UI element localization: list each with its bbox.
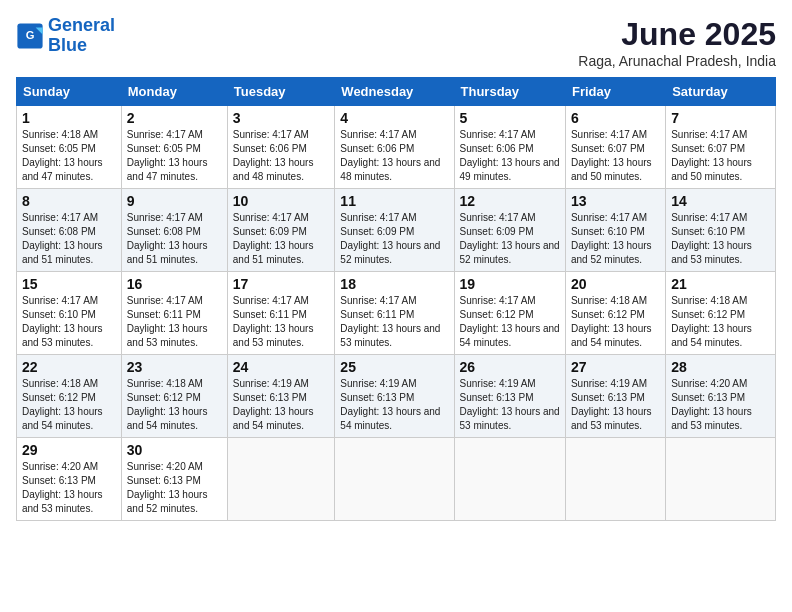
day-info: Sunrise: 4:18 AM Sunset: 6:12 PM Dayligh… [127, 377, 222, 433]
svg-text:G: G [26, 29, 35, 41]
day-number: 8 [22, 193, 116, 209]
table-row: 24 Sunrise: 4:19 AM Sunset: 6:13 PM Dayl… [227, 355, 335, 438]
location-title: Raga, Arunachal Pradesh, India [578, 53, 776, 69]
logo-text: General Blue [48, 16, 115, 56]
day-number: 5 [460, 110, 560, 126]
day-info: Sunrise: 4:17 AM Sunset: 6:12 PM Dayligh… [460, 294, 560, 350]
day-info: Sunrise: 4:18 AM Sunset: 6:12 PM Dayligh… [22, 377, 116, 433]
calendar-row: 8 Sunrise: 4:17 AM Sunset: 6:08 PM Dayli… [17, 189, 776, 272]
header-sunday: Sunday [17, 78, 122, 106]
day-number: 26 [460, 359, 560, 375]
calendar-table: Sunday Monday Tuesday Wednesday Thursday… [16, 77, 776, 521]
day-number: 16 [127, 276, 222, 292]
day-info: Sunrise: 4:17 AM Sunset: 6:06 PM Dayligh… [460, 128, 560, 184]
day-info: Sunrise: 4:20 AM Sunset: 6:13 PM Dayligh… [671, 377, 770, 433]
day-info: Sunrise: 4:18 AM Sunset: 6:12 PM Dayligh… [671, 294, 770, 350]
table-row: 26 Sunrise: 4:19 AM Sunset: 6:13 PM Dayl… [454, 355, 565, 438]
day-number: 27 [571, 359, 660, 375]
table-row: 15 Sunrise: 4:17 AM Sunset: 6:10 PM Dayl… [17, 272, 122, 355]
table-row: 21 Sunrise: 4:18 AM Sunset: 6:12 PM Dayl… [666, 272, 776, 355]
day-info: Sunrise: 4:19 AM Sunset: 6:13 PM Dayligh… [571, 377, 660, 433]
table-row [335, 438, 454, 521]
table-row: 25 Sunrise: 4:19 AM Sunset: 6:13 PM Dayl… [335, 355, 454, 438]
table-row: 27 Sunrise: 4:19 AM Sunset: 6:13 PM Dayl… [565, 355, 665, 438]
day-info: Sunrise: 4:17 AM Sunset: 6:08 PM Dayligh… [22, 211, 116, 267]
table-row: 16 Sunrise: 4:17 AM Sunset: 6:11 PM Dayl… [121, 272, 227, 355]
day-info: Sunrise: 4:20 AM Sunset: 6:13 PM Dayligh… [22, 460, 116, 516]
day-info: Sunrise: 4:17 AM Sunset: 6:07 PM Dayligh… [671, 128, 770, 184]
day-info: Sunrise: 4:19 AM Sunset: 6:13 PM Dayligh… [460, 377, 560, 433]
day-number: 10 [233, 193, 330, 209]
table-row: 20 Sunrise: 4:18 AM Sunset: 6:12 PM Dayl… [565, 272, 665, 355]
table-row: 22 Sunrise: 4:18 AM Sunset: 6:12 PM Dayl… [17, 355, 122, 438]
header-thursday: Thursday [454, 78, 565, 106]
day-number: 2 [127, 110, 222, 126]
day-number: 29 [22, 442, 116, 458]
table-row [227, 438, 335, 521]
table-row: 1 Sunrise: 4:18 AM Sunset: 6:05 PM Dayli… [17, 106, 122, 189]
day-number: 19 [460, 276, 560, 292]
day-number: 15 [22, 276, 116, 292]
day-number: 7 [671, 110, 770, 126]
day-info: Sunrise: 4:17 AM Sunset: 6:11 PM Dayligh… [127, 294, 222, 350]
day-info: Sunrise: 4:17 AM Sunset: 6:09 PM Dayligh… [460, 211, 560, 267]
logo-line2: Blue [48, 35, 87, 55]
day-number: 6 [571, 110, 660, 126]
day-number: 13 [571, 193, 660, 209]
header-monday: Monday [121, 78, 227, 106]
table-row: 2 Sunrise: 4:17 AM Sunset: 6:05 PM Dayli… [121, 106, 227, 189]
table-row: 4 Sunrise: 4:17 AM Sunset: 6:06 PM Dayli… [335, 106, 454, 189]
day-info: Sunrise: 4:17 AM Sunset: 6:10 PM Dayligh… [22, 294, 116, 350]
calendar-row: 15 Sunrise: 4:17 AM Sunset: 6:10 PM Dayl… [17, 272, 776, 355]
day-info: Sunrise: 4:17 AM Sunset: 6:10 PM Dayligh… [671, 211, 770, 267]
table-row: 8 Sunrise: 4:17 AM Sunset: 6:08 PM Dayli… [17, 189, 122, 272]
day-info: Sunrise: 4:17 AM Sunset: 6:09 PM Dayligh… [233, 211, 330, 267]
day-info: Sunrise: 4:17 AM Sunset: 6:05 PM Dayligh… [127, 128, 222, 184]
day-number: 11 [340, 193, 448, 209]
title-area: June 2025 Raga, Arunachal Pradesh, India [578, 16, 776, 69]
day-number: 18 [340, 276, 448, 292]
header-wednesday: Wednesday [335, 78, 454, 106]
day-info: Sunrise: 4:19 AM Sunset: 6:13 PM Dayligh… [340, 377, 448, 433]
day-number: 21 [671, 276, 770, 292]
day-number: 12 [460, 193, 560, 209]
day-number: 9 [127, 193, 222, 209]
day-number: 30 [127, 442, 222, 458]
day-info: Sunrise: 4:17 AM Sunset: 6:11 PM Dayligh… [233, 294, 330, 350]
header-saturday: Saturday [666, 78, 776, 106]
table-row: 13 Sunrise: 4:17 AM Sunset: 6:10 PM Dayl… [565, 189, 665, 272]
table-row: 11 Sunrise: 4:17 AM Sunset: 6:09 PM Dayl… [335, 189, 454, 272]
logo-line1: General [48, 15, 115, 35]
weekday-header-row: Sunday Monday Tuesday Wednesday Thursday… [17, 78, 776, 106]
day-info: Sunrise: 4:17 AM Sunset: 6:09 PM Dayligh… [340, 211, 448, 267]
day-info: Sunrise: 4:18 AM Sunset: 6:12 PM Dayligh… [571, 294, 660, 350]
day-info: Sunrise: 4:17 AM Sunset: 6:08 PM Dayligh… [127, 211, 222, 267]
header-tuesday: Tuesday [227, 78, 335, 106]
day-number: 20 [571, 276, 660, 292]
month-title: June 2025 [578, 16, 776, 53]
logo: G General Blue [16, 16, 115, 56]
table-row: 23 Sunrise: 4:18 AM Sunset: 6:12 PM Dayl… [121, 355, 227, 438]
table-row: 17 Sunrise: 4:17 AM Sunset: 6:11 PM Dayl… [227, 272, 335, 355]
calendar-row: 22 Sunrise: 4:18 AM Sunset: 6:12 PM Dayl… [17, 355, 776, 438]
table-row: 19 Sunrise: 4:17 AM Sunset: 6:12 PM Dayl… [454, 272, 565, 355]
day-info: Sunrise: 4:17 AM Sunset: 6:10 PM Dayligh… [571, 211, 660, 267]
table-row: 28 Sunrise: 4:20 AM Sunset: 6:13 PM Dayl… [666, 355, 776, 438]
table-row: 3 Sunrise: 4:17 AM Sunset: 6:06 PM Dayli… [227, 106, 335, 189]
day-number: 3 [233, 110, 330, 126]
day-number: 28 [671, 359, 770, 375]
day-info: Sunrise: 4:18 AM Sunset: 6:05 PM Dayligh… [22, 128, 116, 184]
day-number: 1 [22, 110, 116, 126]
table-row: 10 Sunrise: 4:17 AM Sunset: 6:09 PM Dayl… [227, 189, 335, 272]
table-row: 30 Sunrise: 4:20 AM Sunset: 6:13 PM Dayl… [121, 438, 227, 521]
table-row: 5 Sunrise: 4:17 AM Sunset: 6:06 PM Dayli… [454, 106, 565, 189]
table-row: 12 Sunrise: 4:17 AM Sunset: 6:09 PM Dayl… [454, 189, 565, 272]
day-number: 23 [127, 359, 222, 375]
calendar-row: 29 Sunrise: 4:20 AM Sunset: 6:13 PM Dayl… [17, 438, 776, 521]
table-row [666, 438, 776, 521]
day-info: Sunrise: 4:19 AM Sunset: 6:13 PM Dayligh… [233, 377, 330, 433]
day-number: 17 [233, 276, 330, 292]
table-row: 18 Sunrise: 4:17 AM Sunset: 6:11 PM Dayl… [335, 272, 454, 355]
table-row [454, 438, 565, 521]
table-row: 29 Sunrise: 4:20 AM Sunset: 6:13 PM Dayl… [17, 438, 122, 521]
